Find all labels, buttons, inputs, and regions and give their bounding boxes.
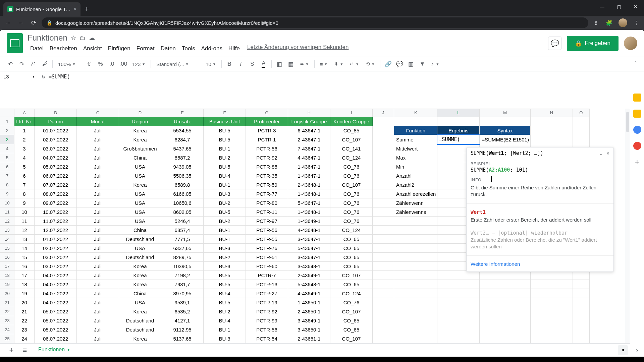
col-header-N[interactable]: N xyxy=(530,109,573,117)
cell-G18[interactable]: PCTR-7 xyxy=(246,271,288,280)
row-header-4[interactable]: 4 xyxy=(0,144,14,153)
cell-E12[interactable]: 5246,4 xyxy=(161,217,204,226)
extensions-icon[interactable]: 🧩 xyxy=(605,19,613,27)
cell-F13[interactable]: BU-1 xyxy=(204,226,246,235)
cell-I6[interactable]: CO_76 xyxy=(330,162,373,171)
cell-F19[interactable]: BU-5 xyxy=(204,280,246,289)
cell-A10[interactable]: 9 xyxy=(14,198,35,207)
cell-H17[interactable]: 3-43648-1 xyxy=(288,262,330,271)
formula-bar[interactable]: =SUMME( xyxy=(49,74,644,80)
cell-G16[interactable]: PCTR-51 xyxy=(246,253,288,262)
cell-A17[interactable]: 16 xyxy=(14,262,35,271)
comment-button[interactable]: 💬 xyxy=(394,59,405,69)
col-header-G[interactable]: G xyxy=(246,109,288,117)
cell-C17[interactable]: Juli xyxy=(77,262,119,271)
cell-C11[interactable]: Juli xyxy=(77,207,119,217)
cell-G1[interactable]: Profitcenter xyxy=(246,117,288,126)
cell-C4[interactable]: Juli xyxy=(77,144,119,153)
cell-B23[interactable]: 05.07.2022 xyxy=(35,316,77,325)
cell-M21[interactable] xyxy=(480,298,530,307)
cell-H8[interactable]: 2-43648-1 xyxy=(288,180,330,189)
font-size-select[interactable]: 10▼ xyxy=(203,61,219,67)
row-header-2[interactable]: 2 xyxy=(0,126,14,135)
cell-K20[interactable] xyxy=(394,289,437,298)
cell-M24[interactable] xyxy=(480,325,530,334)
cell-E7[interactable]: 5506,35 xyxy=(161,171,204,180)
cell-O21[interactable] xyxy=(573,298,589,307)
cell-I2[interactable]: CO_85 xyxy=(330,126,373,135)
col-header-L[interactable]: L xyxy=(437,109,480,117)
cell-J2[interactable] xyxy=(373,126,394,135)
cell-E5[interactable]: 8587,2 xyxy=(161,153,204,162)
cell-F21[interactable]: BU-5 xyxy=(204,298,246,307)
cell-B11[interactable]: 10.07.2022 xyxy=(35,207,77,217)
cell-E6[interactable]: 9439,05 xyxy=(161,162,204,171)
cell-J15[interactable] xyxy=(373,244,394,253)
cell-E18[interactable]: 7198,2 xyxy=(161,271,204,280)
cell-F25[interactable]: BU-3 xyxy=(204,334,246,343)
cell-N18[interactable] xyxy=(530,271,573,280)
cell-B7[interactable]: 06.07.2022 xyxy=(35,171,77,180)
cell-O22[interactable] xyxy=(573,307,589,316)
vertical-scrollbar[interactable] xyxy=(625,109,630,343)
cell-D25[interactable]: Korea xyxy=(119,334,161,343)
cell-L22[interactable] xyxy=(437,307,480,316)
fill-color-button[interactable]: ◧ xyxy=(274,59,284,69)
cell-O3[interactable] xyxy=(573,135,589,144)
cell-K19[interactable] xyxy=(394,280,437,289)
cell-B10[interactable]: 09.07.2022 xyxy=(35,198,77,207)
row-header-6[interactable]: 6 xyxy=(0,162,14,171)
cell-H18[interactable]: 2-43649-1 xyxy=(288,271,330,280)
add-sheet-button[interactable]: + xyxy=(7,346,16,355)
cell-I14[interactable]: CO_65 xyxy=(330,235,373,244)
cell-C25[interactable]: Juli xyxy=(77,334,119,343)
cell-G22[interactable]: PCTR-92 xyxy=(246,307,288,316)
col-header-O[interactable]: O xyxy=(573,109,589,117)
cell-M1[interactable] xyxy=(480,117,530,126)
cell-A5[interactable]: 4 xyxy=(14,153,35,162)
cell-B5[interactable]: 04.07.2022 xyxy=(35,153,77,162)
cell-F16[interactable]: BU-2 xyxy=(204,253,246,262)
cell-J1[interactable] xyxy=(373,117,394,126)
explore-button[interactable]: ✦ xyxy=(618,345,628,355)
cell-G5[interactable]: PCTR-92 xyxy=(246,153,288,162)
cell-D19[interactable]: Korea xyxy=(119,280,161,289)
cell-N20[interactable] xyxy=(530,289,573,298)
cell-I15[interactable]: CO_65 xyxy=(330,244,373,253)
print-button[interactable]: 🖨 xyxy=(28,59,38,69)
cell-F24[interactable]: BU-1 xyxy=(204,325,246,334)
cell-G9[interactable]: PCTR-77 xyxy=(246,189,288,198)
cell-C9[interactable]: Juli xyxy=(77,189,119,198)
menu-ansicht[interactable]: Ansicht xyxy=(80,44,105,53)
cell-B19[interactable]: 04.07.2022 xyxy=(35,280,77,289)
menu-datei[interactable]: Datei xyxy=(28,44,46,53)
cell-I4[interactable]: CO_141 xyxy=(330,144,373,153)
cell-N21[interactable] xyxy=(530,298,573,307)
font-select[interactable]: Standard (...▼ xyxy=(154,61,197,67)
italic-button[interactable]: I xyxy=(236,59,246,69)
cell-F1[interactable]: Business Unit xyxy=(204,117,246,126)
cell-D8[interactable]: Korea xyxy=(119,180,161,189)
cell-L21[interactable] xyxy=(437,298,480,307)
cell-J17[interactable] xyxy=(373,262,394,271)
borders-button[interactable]: ▦ xyxy=(286,59,296,69)
cell-I24[interactable]: CO_65 xyxy=(330,325,373,334)
cell-D9[interactable]: USA xyxy=(119,189,161,198)
cell-B1[interactable]: Datum xyxy=(35,117,77,126)
cell-C14[interactable]: Juli xyxy=(77,235,119,244)
cell-J25[interactable] xyxy=(373,334,394,343)
cell-B8[interactable]: 07.07.2022 xyxy=(35,180,77,189)
cell-J4[interactable] xyxy=(373,144,394,153)
cell-M3[interactable]: =SUMME(E2:E1501) xyxy=(480,135,530,144)
cell-K22[interactable] xyxy=(394,307,437,316)
cell-A6[interactable]: 5 xyxy=(14,162,35,171)
cell-J9[interactable] xyxy=(373,189,394,198)
cell-E20[interactable]: 3970,95 xyxy=(161,289,204,298)
cell-A21[interactable]: 20 xyxy=(14,298,35,307)
cell-D20[interactable]: China xyxy=(119,289,161,298)
side-panel-expand[interactable]: › xyxy=(630,343,644,357)
cell-A12[interactable]: 11 xyxy=(14,217,35,226)
cell-H23[interactable]: 3-43649-1 xyxy=(288,316,330,325)
cell-G12[interactable]: PCTR-97 xyxy=(246,217,288,226)
cell-N25[interactable] xyxy=(530,334,573,343)
